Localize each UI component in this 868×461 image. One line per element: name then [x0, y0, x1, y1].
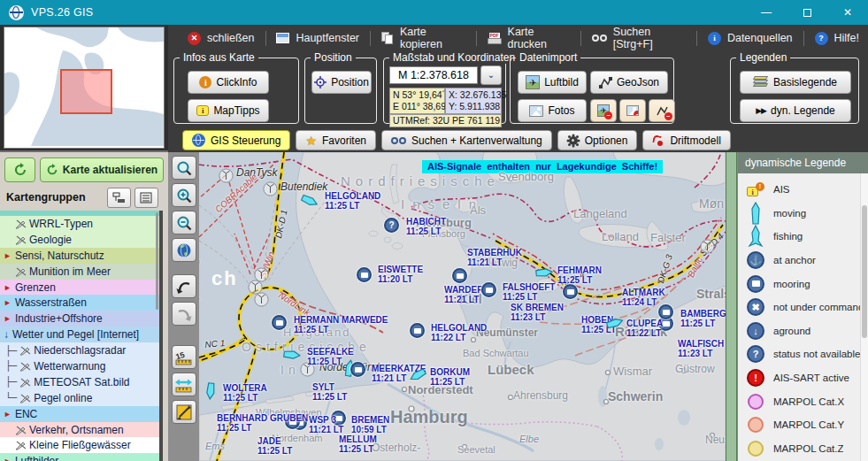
- collapsed-arrow-icon[interactable]: ►: [4, 410, 12, 419]
- toolbar-printer-pdf-button[interactable]: PDFKarte drucken: [479, 27, 579, 49]
- collapsed-arrow-icon[interactable]: ►: [4, 298, 12, 307]
- ship-name: FEHMARN: [557, 265, 602, 275]
- layer-item-munition-im-meer[interactable]: Munition im Meer: [0, 264, 159, 280]
- maptool-undo-button[interactable]: [172, 274, 196, 298]
- layer-panel: Karte aktualisieren Kartengruppen WRRL-T…: [0, 150, 168, 461]
- dyn-legende-button[interactable]: ▶▶ dyn. Legende: [740, 99, 851, 122]
- ais-ship-marker[interactable]: [350, 362, 365, 377]
- basislegende-button[interactable]: Basislegende: [740, 71, 851, 94]
- fotos-button[interactable]: Fotos: [518, 99, 587, 122]
- layer-label: Wetterwarnung: [34, 360, 105, 373]
- layer-item-sensi-naturschutz[interactable]: ►Sensi, Naturschutz: [0, 248, 159, 264]
- toolbar-help-button[interactable]: ?Hilfe!: [806, 27, 868, 49]
- overview-map[interactable]: [0, 25, 168, 150]
- left-column: Karte aktualisieren Kartengruppen WRRL-T…: [0, 25, 168, 461]
- layer-label: Verkehr, Ortsnamen: [29, 424, 124, 436]
- ais-ship-marker[interactable]: [357, 267, 372, 282]
- collapsed-arrow-icon[interactable]: ►: [4, 314, 12, 323]
- layer-item-wetter-und-pegel-internet-[interactable]: ↓Wetter und Pegel [Internet]: [0, 327, 159, 342]
- legend-icon-box: !: [738, 369, 773, 387]
- legend-scrollbar-thumb[interactable]: [862, 205, 867, 338]
- collapsed-arrow-icon[interactable]: ►: [4, 457, 12, 461]
- maptool-zoom-in-button[interactable]: [172, 183, 196, 207]
- collapse-tree-button[interactable]: [107, 188, 131, 208]
- layer-item-wetterwarnung[interactable]: ├─Wetterwarnung: [0, 358, 159, 374]
- geojson-button[interactable]: GeoJson: [590, 71, 668, 94]
- ais-ship-marker[interactable]: [410, 323, 425, 338]
- expanded-arrow-icon[interactable]: ↓: [4, 328, 9, 341]
- remove-fotos-button[interactable]: −: [619, 99, 646, 122]
- maptool-measure-distance-button[interactable]: [172, 373, 196, 396]
- ais-ship-marker[interactable]: [481, 282, 496, 297]
- windfarm-icon: [254, 292, 269, 311]
- tab-favoriten[interactable]: ★Favoriten: [296, 130, 376, 150]
- toolbar-close-red-button[interactable]: ✕schließen: [179, 27, 264, 49]
- maptool-overview-globe-button[interactable]: [172, 238, 196, 262]
- toolbar-binoculars-button[interactable]: Suchen [Strg+F]: [583, 27, 695, 49]
- tab-optionen[interactable]: Optionen: [557, 130, 638, 150]
- toolbar-window-button[interactable]: Hauptfenster: [267, 27, 368, 49]
- tab-driftmodell[interactable]: Driftmodell: [642, 130, 730, 150]
- ais-ship-moving-marker[interactable]: [535, 264, 553, 285]
- maptool-measure-count-button[interactable]: 15: [172, 345, 196, 369]
- position-button[interactable]: Position: [311, 71, 372, 94]
- maptool-measure-area-button[interactable]: [172, 400, 196, 424]
- map-legend-splitter[interactable]: [726, 152, 737, 461]
- ais-ship-marker[interactable]: [452, 268, 467, 283]
- map-canvas[interactable]: AIS-Signale enthalten nur Lagekundige Sc…: [199, 152, 726, 461]
- layer-item-wasserstra-en[interactable]: ►Wasserstraßen: [0, 295, 159, 311]
- maptool-zoom-window-button[interactable]: [172, 156, 196, 180]
- ais-ship-marker[interactable]: [563, 284, 578, 299]
- legend-item-mooring: mooring: [738, 272, 868, 296]
- remove-luftbild-button[interactable]: ✈−: [590, 99, 617, 122]
- scale-value[interactable]: M 1:2.378.618: [389, 66, 478, 84]
- layer-item-enc[interactable]: ►ENC: [0, 406, 159, 422]
- maptipps-label: MapTipps: [213, 104, 259, 117]
- layer-list-scrollbar[interactable]: [156, 212, 158, 310]
- layer-label: Pegel online: [34, 392, 92, 404]
- layer-item-niederschlagsradar[interactable]: ├─Niederschlagsradar: [0, 342, 159, 358]
- collapsed-arrow-icon[interactable]: ►: [4, 283, 12, 292]
- tab-suchen-kartenverwaltung[interactable]: Suchen + Kartenverwaltung: [381, 130, 552, 150]
- clickinfo-button[interactable]: i ClickInfo: [188, 71, 269, 94]
- scale-dropdown-button[interactable]: ⌄: [480, 65, 502, 85]
- ship-name: WALFISCH: [678, 339, 724, 349]
- maptool-redo-button[interactable]: [172, 302, 196, 326]
- ship-name: HABICHT: [406, 217, 446, 227]
- minimize-button[interactable]: —: [746, 0, 787, 25]
- layer-item-luftbilder[interactable]: ►Luftbilder: [0, 453, 159, 461]
- legend-icon-box: [738, 441, 773, 457]
- maximize-button[interactable]: [787, 0, 827, 25]
- maptipps-button[interactable]: i MapTipps: [188, 99, 269, 122]
- toolbar-info-button[interactable]: iDatenquellen: [699, 27, 802, 49]
- ais-ship-moving-marker[interactable]: [606, 314, 624, 335]
- remove-geojson-button[interactable]: −: [649, 99, 675, 122]
- layer-item-verkehr-ortsnamen[interactable]: Verkehr, Ortsnamen: [0, 422, 159, 438]
- layer-item-kleine-flie-gew-sser[interactable]: Kleine Fließgewässer: [0, 437, 159, 453]
- legend-scrollbar[interactable]: [860, 173, 868, 461]
- ais-ship-moving-marker[interactable]: [409, 366, 426, 388]
- tab-gis-steuerung[interactable]: GIS Steuerung: [182, 130, 290, 150]
- layer-item-wrrl-typen[interactable]: WRRL-Typen: [0, 216, 159, 232]
- map-label-bad-schwartau: Bad Schwartau: [463, 348, 529, 358]
- ais-ship-marker[interactable]: [658, 304, 673, 319]
- vps-gis-window: VPS.26 GIS — ✕: [0, 0, 868, 461]
- expand-tree-button[interactable]: [134, 188, 158, 208]
- ais-ship-marker[interactable]: ?: [384, 218, 399, 233]
- layer-item-meteosat-sat-bild[interactable]: ├─METEOSAT Sat.bild: [0, 374, 159, 390]
- toolbar-copy-button[interactable]: Karte kopieren: [373, 27, 474, 49]
- ais-ship-moving-marker[interactable]: [202, 382, 219, 403]
- layer-item-industrie-offshore[interactable]: ►Industrie+Offshore: [0, 311, 159, 327]
- layer-item-geologie[interactable]: Geologie: [0, 232, 159, 248]
- ais-ship-marker[interactable]: [272, 315, 287, 330]
- layer-item-pegel-online[interactable]: └─Pegel online: [0, 390, 159, 406]
- ais-ship-moving-marker[interactable]: [301, 192, 319, 213]
- ais-ship-moving-marker[interactable]: [283, 346, 301, 367]
- refresh-map-button[interactable]: Karte aktualisieren: [40, 158, 164, 182]
- refresh-small-button[interactable]: [4, 158, 35, 182]
- collapsed-arrow-icon[interactable]: ►: [4, 251, 12, 260]
- close-button[interactable]: ✕: [827, 0, 868, 25]
- layer-item-grenzen[interactable]: ►Grenzen: [0, 280, 159, 296]
- maptool-zoom-out-button[interactable]: [172, 211, 196, 234]
- luftbild-button[interactable]: ✈ Luftbild: [518, 71, 587, 94]
